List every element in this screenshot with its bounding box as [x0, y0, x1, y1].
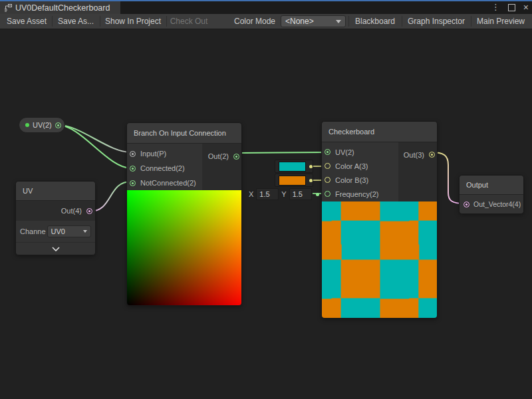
color-b-stub-dot — [309, 179, 313, 182]
property-dot-icon — [25, 123, 29, 127]
main-preview-toggle[interactable]: Main Preview — [472, 14, 529, 29]
check-out-button: Check Out — [168, 14, 210, 29]
port-branch-connected[interactable] — [130, 166, 136, 172]
color-a-swatch[interactable] — [279, 162, 306, 172]
port-row-color-b: Color B(3) — [324, 173, 398, 187]
port-checker-out[interactable] — [429, 152, 435, 158]
save-as-button[interactable]: Save As... — [53, 14, 98, 29]
checkerboard-output-panel: Out(3) — [398, 142, 437, 201]
output-port-label: Out_Vector4(4) — [473, 200, 521, 208]
port-row-out: Out(2) — [207, 149, 239, 164]
edge-uvpill-to-connected[interactable] — [58, 125, 131, 168]
output-node-title: Output — [466, 181, 488, 189]
port-row-input: Input(P) — [129, 146, 202, 161]
frequency-y-input[interactable]: 1.5 — [289, 188, 312, 200]
pill-label: UV(2) — [33, 121, 52, 129]
checker-color-b-label: Color B(3) — [335, 176, 368, 184]
branch-node-header[interactable]: Branch On Input Connection — [127, 123, 241, 144]
color-a-stub-dot — [309, 165, 313, 168]
blackboard-toggle[interactable]: Blackboard — [350, 14, 400, 29]
maximize-icon[interactable] — [508, 4, 515, 11]
frequency-x-label: X — [249, 190, 253, 198]
port-row-out: Out(3) — [403, 148, 435, 162]
branch-output-panel: Out(2) — [202, 144, 241, 190]
port-row-connected: Connected(2) — [129, 161, 202, 176]
output-node-header[interactable]: Output — [460, 176, 523, 195]
port-branch-input[interactable] — [130, 151, 136, 157]
color-mode-label: Color Mode — [231, 14, 278, 29]
port-row-color-a: Color A(3) — [324, 159, 398, 173]
edge-uvpill-to-input[interactable] — [58, 125, 131, 152]
port-checker-uv[interactable] — [325, 149, 331, 155]
checker-uv-label: UV(2) — [335, 148, 354, 156]
checkerboard-node-header[interactable]: Checkerboard — [322, 122, 437, 142]
color-a-field[interactable] — [275, 160, 313, 173]
menu-icon[interactable]: ⋮ — [491, 2, 500, 13]
show-in-project-button[interactable]: Show In Project — [101, 14, 165, 29]
color-b-swatch[interactable] — [279, 176, 306, 186]
frequency-x-input[interactable]: 1.5 — [256, 188, 279, 200]
shader-graph-icon — [4, 4, 12, 12]
port-uv-out4[interactable] — [86, 208, 92, 214]
uv-channel-value: UV0 — [51, 227, 65, 235]
node-checkerboard[interactable]: Checkerboard UV(2) Color A(3) Color B(3) — [321, 121, 438, 319]
toolbar-separator — [471, 16, 471, 27]
checkerboard-node-preview — [322, 201, 438, 318]
uv-channel-row: Channe UV0 — [16, 221, 95, 242]
close-icon[interactable]: × — [523, 3, 529, 12]
port-row-frequency: Frequency(2) — [324, 187, 398, 201]
branch-connected-label: Connected(2) — [140, 164, 185, 172]
document-tab[interactable]: UV0DefaultCheckerboard — [0, 1, 120, 14]
port-checker-frequency[interactable] — [325, 191, 331, 197]
chevron-down-icon — [83, 230, 87, 233]
toolbar-separator — [348, 16, 349, 27]
chevron-down-icon — [336, 20, 341, 23]
node-uv2-property[interactable]: UV(2) — [19, 117, 65, 133]
branch-node-title: Branch On Input Connection — [134, 129, 226, 137]
branch-out-label: Out(2) — [208, 152, 229, 160]
color-mode-value: <None> — [285, 17, 314, 26]
frequency-y-label: Y — [281, 190, 286, 198]
uv-node-header[interactable]: UV — [16, 182, 95, 201]
edge-branchout-to-checkeruv[interactable] — [237, 152, 327, 153]
checker-color-a-label: Color A(3) — [335, 162, 368, 170]
title-strip: UV0DefaultCheckerboard ⋮ × — [0, 0, 532, 14]
port-branch-out[interactable] — [233, 154, 239, 160]
branch-node-preview — [127, 190, 242, 305]
node-uv[interactable]: UV Out(4) Channe UV0 — [15, 181, 96, 255]
uv-out-label: Out(4) — [61, 207, 82, 215]
color-mode-dropdown[interactable]: <None> — [281, 15, 346, 27]
toolbar: Save Asset Save As... Show In Project Ch… — [0, 14, 532, 29]
node-branch-on-input-connection[interactable]: Branch On Input Connection Input(P) Conn… — [126, 122, 242, 306]
uv-collapse-row[interactable] — [16, 242, 95, 255]
port-uvpill-out[interactable] — [55, 122, 61, 128]
node-output[interactable]: Output Out_Vector4(4) — [459, 175, 524, 214]
shader-graph-window: UV0DefaultCheckerboard ⋮ × Save Asset Sa… — [0, 0, 532, 399]
toolbar-separator — [402, 16, 402, 27]
port-row-uv: UV(2) — [324, 145, 398, 159]
color-b-field[interactable] — [275, 174, 313, 187]
port-row-notconnected: NotConnected(2) — [129, 176, 202, 190]
uv-out-row: Out(4) — [16, 201, 95, 221]
port-checker-color-a[interactable] — [325, 163, 331, 169]
uv-channel-dropdown[interactable]: UV0 — [47, 225, 91, 237]
checkerboard-node-title: Checkerboard — [329, 128, 374, 136]
save-asset-button[interactable]: Save Asset — [3, 14, 51, 29]
branch-notconnected-label: NotConnected(2) — [140, 179, 196, 187]
frequency-stub-dot — [316, 193, 319, 196]
port-branch-notconnected[interactable] — [130, 180, 136, 186]
toolbar-separator — [100, 16, 100, 27]
toolbar-separator — [52, 16, 53, 27]
checkerboard-input-panel: UV(2) Color A(3) Color B(3) Frequency(2) — [322, 142, 398, 201]
port-output-vector4[interactable] — [464, 201, 469, 207]
edge-uvout-to-notconnected[interactable] — [90, 182, 131, 211]
collapse-chevron-icon — [51, 247, 61, 251]
graph-inspector-toggle[interactable]: Graph Inspector — [403, 14, 469, 29]
uv-channel-label: Channe — [20, 227, 46, 235]
checker-frequency-label: Frequency(2) — [335, 190, 378, 198]
toolbar-separator — [166, 16, 167, 27]
branch-input-panel: Input(P) Connected(2) NotConnected(2) — [127, 144, 202, 190]
port-checker-color-b[interactable] — [325, 177, 331, 183]
tab-title: UV0DefaultCheckerboard — [15, 3, 110, 13]
checker-out-label: Out(3) — [404, 151, 424, 159]
